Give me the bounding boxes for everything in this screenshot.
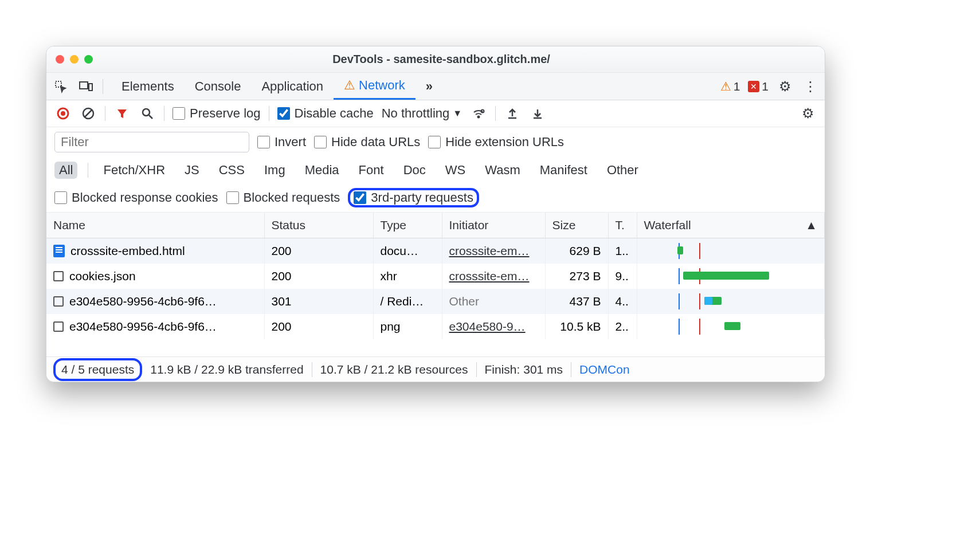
invert-checkbox[interactable]: Invert (257, 135, 306, 150)
request-name: cookies.json (69, 269, 136, 283)
devtools-window: DevTools - samesite-sandbox.glitch.me/ E… (46, 46, 825, 382)
inspect-element-icon[interactable] (52, 78, 69, 95)
hide-data-urls-checkbox[interactable]: Hide data URLs (314, 135, 420, 150)
type-chip-font[interactable]: Font (354, 162, 389, 179)
extra-filters-bar: Blocked response cookies Blocked request… (46, 183, 825, 213)
annotation-ring-3rdparty: 3rd-party requests (348, 188, 479, 207)
svg-point-9 (478, 116, 480, 118)
network-toolbar: Preserve log Disable cache No throttling… (46, 100, 825, 127)
tab-elements[interactable]: Elements (111, 73, 185, 100)
minimize-window-button[interactable] (70, 55, 79, 64)
divider (103, 79, 103, 94)
titlebar: DevTools - samesite-sandbox.glitch.me/ (46, 46, 825, 73)
request-name: e304e580-9956-4cb6-9f6… (69, 295, 217, 308)
divider (105, 106, 105, 121)
filter-toggle-icon[interactable] (113, 105, 131, 122)
more-menu-icon[interactable]: ⋮ (802, 78, 819, 95)
initiator-link[interactable]: crosssite-em… (449, 244, 530, 257)
svg-rect-2 (89, 84, 92, 91)
col-type[interactable]: Type (373, 213, 442, 238)
blocked-cookies-checkbox[interactable]: Blocked response cookies (54, 190, 218, 205)
window-title: DevTools - samesite-sandbox.glitch.me/ (93, 53, 816, 66)
document-icon (53, 245, 65, 257)
type-filter-bar: All Fetch/XHR JS CSS Img Media Font Doc … (46, 157, 825, 183)
svg-point-4 (61, 111, 65, 116)
status-finish: Finish: 301 ms (477, 363, 571, 376)
error-icon: ✕ (748, 81, 759, 92)
hide-extension-urls-checkbox[interactable]: Hide extension URLs (428, 135, 564, 150)
col-time[interactable]: T. (608, 213, 637, 238)
table-row[interactable]: crosssite-embed.html200docu…crosssite-em… (46, 238, 825, 264)
tab-application[interactable]: Application (251, 73, 334, 100)
svg-rect-1 (80, 82, 88, 89)
col-initiator[interactable]: Initiator (442, 213, 545, 238)
col-name[interactable]: Name (46, 213, 264, 238)
status-bar: 4 / 5 requests 11.9 kB / 22.9 kB transfe… (46, 356, 825, 382)
col-waterfall[interactable]: Waterfall▲ (637, 213, 825, 238)
throttling-select[interactable]: No throttling ▼ (382, 106, 462, 121)
type-chip-ws[interactable]: WS (441, 162, 470, 179)
search-icon[interactable] (139, 105, 156, 122)
outline-icon (53, 271, 64, 281)
col-size[interactable]: Size (545, 213, 608, 238)
close-window-button[interactable] (56, 55, 64, 64)
type-chip-css[interactable]: CSS (214, 162, 249, 179)
table-header-row: Name Status Type Initiator Size T. Water… (46, 213, 825, 238)
tab-network[interactable]: ⚠ Network (334, 73, 415, 100)
svg-point-7 (143, 109, 150, 116)
annotation-ring-requests: 4 / 5 requests (53, 358, 142, 381)
warnings-count[interactable]: ⚠ 1 (720, 80, 740, 93)
type-chip-all[interactable]: All (54, 162, 77, 179)
outline-icon (53, 296, 64, 307)
initiator-link[interactable]: e304e580-9… (449, 320, 526, 333)
table-row[interactable]: cookies.json200xhrcrosssite-em…273 B9.. (46, 264, 825, 289)
settings-icon[interactable]: ⚙ (777, 78, 794, 95)
tab-console[interactable]: Console (185, 73, 252, 100)
initiator-link[interactable]: crosssite-em… (449, 269, 530, 283)
wifi-icon[interactable] (470, 105, 487, 122)
sort-asc-icon: ▲ (805, 218, 817, 232)
preserve-log-checkbox[interactable]: Preserve log (173, 106, 261, 121)
type-chip-js[interactable]: JS (180, 162, 204, 179)
request-name: e304e580-9956-4cb6-9f6… (69, 320, 217, 334)
requests-table: Name Status Type Initiator Size T. Water… (46, 213, 825, 339)
zoom-window-button[interactable] (84, 55, 93, 64)
type-chip-img[interactable]: Img (260, 162, 290, 179)
disable-cache-checkbox[interactable]: Disable cache (277, 106, 374, 121)
record-button[interactable] (54, 105, 72, 122)
type-chip-other[interactable]: Other (602, 162, 643, 179)
type-chip-fetchxhr[interactable]: Fetch/XHR (99, 162, 170, 179)
blocked-requests-checkbox[interactable]: Blocked requests (226, 190, 340, 205)
waterfall-bar (644, 268, 818, 284)
waterfall-bar (644, 243, 818, 259)
filter-bar: Invert Hide data URLs Hide extension URL… (46, 127, 825, 157)
table-row[interactable]: e304e580-9956-4cb6-9f6…301/ Redi…Other43… (46, 289, 825, 314)
warning-icon: ⚠ (344, 78, 355, 93)
svg-line-8 (149, 115, 152, 119)
waterfall-bar (644, 319, 818, 335)
svg-line-6 (85, 110, 92, 117)
warning-icon: ⚠ (720, 80, 731, 93)
status-transferred: 11.9 kB / 22.9 kB transferred (142, 363, 311, 376)
waterfall-bar (644, 293, 818, 309)
errors-count[interactable]: ✕ 1 (748, 80, 769, 93)
download-har-icon[interactable] (529, 105, 546, 122)
type-chip-doc[interactable]: Doc (399, 162, 430, 179)
more-tabs-button[interactable]: » (415, 73, 443, 100)
filter-input[interactable] (54, 132, 249, 152)
clear-button[interactable] (80, 105, 97, 122)
outline-icon (53, 321, 64, 332)
status-domcontent: DOMCon (571, 363, 638, 376)
window-controls (56, 55, 93, 64)
type-chip-manifest[interactable]: Manifest (535, 162, 592, 179)
table-row[interactable]: e304e580-9956-4cb6-9f6…200pnge304e580-9…… (46, 314, 825, 339)
type-chip-media[interactable]: Media (300, 162, 344, 179)
status-resources: 10.7 kB / 21.2 kB resources (312, 363, 476, 376)
type-chip-wasm[interactable]: Wasm (480, 162, 525, 179)
network-settings-icon[interactable]: ⚙ (799, 105, 817, 122)
upload-har-icon[interactable] (504, 105, 521, 122)
chevron-down-icon: ▼ (453, 108, 462, 119)
col-status[interactable]: Status (264, 213, 373, 238)
device-toolbar-icon[interactable] (77, 78, 95, 95)
third-party-checkbox[interactable]: 3rd-party requests (354, 190, 473, 205)
